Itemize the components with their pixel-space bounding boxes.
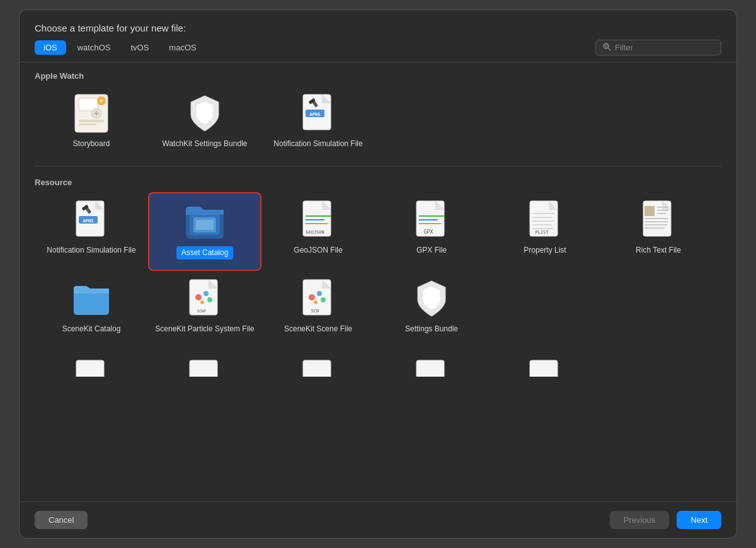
- svg-rect-73: [190, 360, 217, 377]
- item-asset-catalog[interactable]: Asset Catalog: [148, 192, 261, 271]
- svg-point-62: [207, 297, 212, 302]
- svg-rect-8: [79, 120, 104, 122]
- notification-sim-aw-label: Notification Simulation File: [273, 139, 362, 149]
- tab-watchos[interactable]: watchOS: [69, 40, 120, 55]
- scenekit-particle-label: SceneKit Particle System File: [155, 324, 254, 334]
- dialog-title: Choose a template for your new file:: [20, 10, 736, 40]
- item-partial-5[interactable]: [488, 350, 602, 392]
- item-partial-2[interactable]: [148, 350, 261, 392]
- item-scenekit-particle[interactable]: SCNP SceneKit Particle System File: [148, 271, 261, 345]
- svg-text:APNS: APNS: [310, 112, 321, 117]
- svg-point-69: [321, 297, 326, 302]
- svg-rect-72: [76, 360, 104, 377]
- watchkit-icon: [185, 93, 225, 134]
- item-settings-bundle[interactable]: Settings Bundle: [375, 271, 488, 345]
- scenekit-catalog-icon: [71, 278, 112, 319]
- resource-grid: APNS Notification Simulation File: [35, 192, 721, 345]
- item-notification-sim-res[interactable]: APNS Notification Simulation File: [35, 192, 148, 271]
- notification-sim-res-icon: APNS: [71, 200, 112, 240]
- svg-rect-75: [416, 360, 444, 377]
- geojson-icon: GEOJSON: [298, 200, 338, 240]
- section-header-apple-watch: Apple Watch: [35, 62, 721, 86]
- svg-point-63: [200, 300, 204, 304]
- notification-sim-aw-icon: APNS: [298, 93, 338, 134]
- tab-ios[interactable]: iOS: [35, 40, 66, 55]
- scenekit-particle-icon: SCNP: [185, 278, 225, 319]
- item-watchkit[interactable]: WatchKit Settings Bundle: [148, 86, 261, 159]
- storyboard-icon: [71, 93, 112, 134]
- svg-rect-74: [303, 360, 331, 377]
- svg-text:SCNP: SCNP: [197, 309, 207, 313]
- filter-icon: [602, 42, 611, 53]
- scenekit-scene-icon: SCN: [298, 278, 338, 319]
- dialog-footer: Cancel Previous Next: [20, 501, 736, 538]
- svg-point-68: [317, 291, 322, 296]
- scenekit-scene-label: SceneKit Scene File: [284, 324, 352, 334]
- filter-box[interactable]: Filter: [595, 40, 721, 55]
- item-partial-3[interactable]: [261, 350, 375, 392]
- partial-1-icon: [71, 358, 112, 377]
- rich-text-icon: [638, 200, 679, 240]
- content-area: Apple Watch Stor: [20, 62, 736, 501]
- partial-3-icon: [298, 358, 338, 377]
- filter-placeholder: Filter: [615, 43, 633, 52]
- geojson-label: GeoJSON File: [294, 245, 342, 256]
- next-button[interactable]: Next: [677, 511, 721, 529]
- item-geojson[interactable]: GEOJSON GeoJSON File: [261, 192, 375, 271]
- property-list-label: Property List: [524, 245, 566, 256]
- item-scenekit-catalog[interactable]: SceneKit Catalog: [35, 271, 148, 345]
- watchkit-label: WatchKit Settings Bundle: [163, 139, 248, 149]
- rich-text-label: Rich Text File: [636, 245, 681, 256]
- tab-bar: iOS watchOS tvOS macOS Filter: [20, 40, 736, 62]
- svg-text:PLIST: PLIST: [535, 230, 549, 235]
- notification-sim-res-label: Notification Simulation File: [47, 245, 135, 256]
- svg-rect-76: [530, 360, 558, 377]
- item-partial-4[interactable]: [375, 350, 488, 392]
- svg-rect-26: [196, 220, 214, 230]
- tab-tvos[interactable]: tvOS: [122, 40, 158, 55]
- svg-point-70: [314, 300, 318, 304]
- item-notification-sim-aw[interactable]: APNS Notification Simulation File: [261, 86, 375, 159]
- section-header-resource: Resource: [35, 169, 721, 192]
- tab-macos[interactable]: macOS: [160, 40, 205, 55]
- template-dialog: Choose a template for your new file: iOS…: [19, 9, 737, 539]
- partial-5-icon: [525, 358, 565, 377]
- svg-point-67: [309, 294, 315, 300]
- svg-text:SCN: SCN: [311, 309, 319, 314]
- item-gpx[interactable]: GPX GPX File: [375, 192, 488, 271]
- partial-4-icon: [411, 358, 452, 377]
- apple-watch-grid: Storyboard WatchKit Settings Bundle: [35, 86, 721, 159]
- svg-text:GPX: GPX: [424, 229, 433, 235]
- partial-2-icon: [185, 358, 225, 377]
- gpx-label: GPX File: [416, 245, 447, 256]
- asset-catalog-label: Asset Catalog: [176, 246, 234, 260]
- svg-line-1: [608, 48, 610, 50]
- previous-button[interactable]: Previous: [610, 511, 670, 529]
- gpx-icon: GPX: [411, 200, 452, 240]
- storyboard-label: Storyboard: [73, 139, 110, 149]
- property-list-icon: PLIST: [525, 200, 565, 240]
- svg-point-61: [203, 291, 209, 296]
- svg-text:APNS: APNS: [83, 219, 94, 224]
- item-rich-text[interactable]: Rich Text File: [602, 192, 715, 271]
- item-property-list[interactable]: PLIST Property List: [488, 192, 602, 271]
- cancel-button[interactable]: Cancel: [35, 511, 88, 529]
- item-storyboard[interactable]: Storyboard: [35, 86, 148, 159]
- svg-point-60: [195, 294, 202, 300]
- asset-catalog-icon: [185, 201, 225, 241]
- svg-rect-9: [79, 123, 96, 125]
- bottom-partial-grid: [35, 350, 721, 392]
- svg-text:GEOJSON: GEOJSON: [306, 230, 324, 235]
- settings-bundle-icon: [411, 278, 452, 319]
- item-scenekit-scene[interactable]: SCN SceneKit Scene File: [261, 271, 375, 345]
- svg-rect-49: [644, 206, 655, 216]
- scenekit-catalog-label: SceneKit Catalog: [62, 324, 121, 334]
- item-partial-1[interactable]: [35, 350, 148, 392]
- settings-bundle-label: Settings Bundle: [405, 324, 458, 334]
